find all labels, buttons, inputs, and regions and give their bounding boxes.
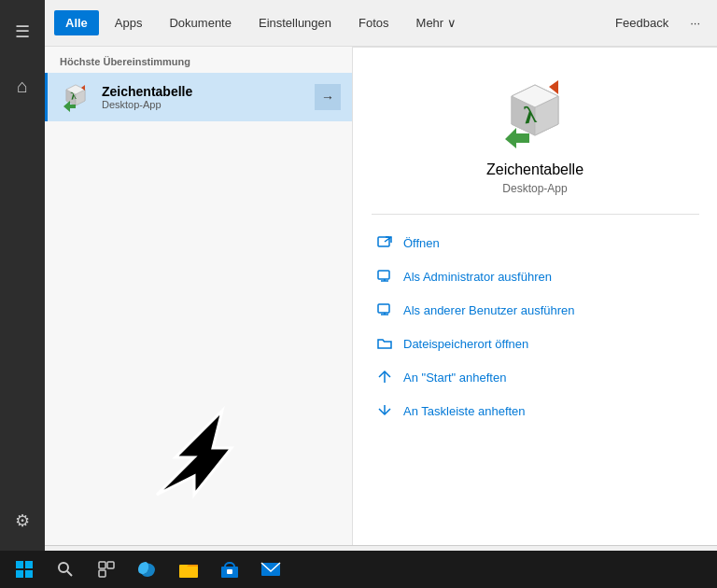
start-menu: Alle Apps Dokumente Einstellungen Fotos … <box>45 0 717 588</box>
result-item-icon: λ <box>59 80 92 114</box>
sidebar-settings[interactable]: ⚙ <box>0 498 45 543</box>
edge-icon <box>137 559 158 580</box>
result-item-name: Zeichentabelle <box>102 84 315 99</box>
taskview-icon <box>98 561 115 578</box>
action-user-label: Als anderer Benutzer ausführen <box>403 303 575 317</box>
results-panel: Höchste Übereinstimmung λ <box>45 47 353 545</box>
pin-taskbar-icon <box>375 401 394 420</box>
detail-name: Zeichentabelle <box>486 161 583 178</box>
edge-button[interactable] <box>131 553 164 586</box>
folder-icon <box>375 334 394 353</box>
pin-start-icon <box>375 368 394 386</box>
result-arrow[interactable]: → <box>315 84 341 110</box>
svg-rect-27 <box>16 570 23 578</box>
detail-actions: Öffnen Als Administrator ausführen Als a… <box>353 226 717 427</box>
svg-line-30 <box>67 571 72 576</box>
user-run-icon <box>375 301 394 319</box>
more-button[interactable]: ··· <box>682 10 708 35</box>
detail-type: Desktop-App <box>502 182 567 195</box>
action-pin-start[interactable]: An "Start" anheften <box>372 360 698 394</box>
sidebar-home[interactable]: ⌂ <box>0 63 45 108</box>
taskbar <box>0 551 717 588</box>
svg-point-29 <box>59 563 68 572</box>
result-item-type: Desktop-App <box>102 99 315 110</box>
svg-rect-36 <box>227 569 232 574</box>
action-pin-start-label: An "Start" anheften <box>403 371 506 385</box>
explorer-button[interactable] <box>172 553 205 586</box>
nav-tabs: Alle Apps Dokumente Einstellungen Fotos … <box>45 0 717 47</box>
result-item-zeichentabelle[interactable]: λ Zeichentabelle Desktop-App → <box>45 73 352 121</box>
svg-rect-15 <box>378 237 389 246</box>
content-area: Höchste Übereinstimmung λ <box>45 47 717 545</box>
action-pin-taskbar[interactable]: An Taskleiste anheften <box>372 394 698 427</box>
open-icon <box>375 233 394 252</box>
results-section-label: Höchste Übereinstimmung <box>45 47 352 73</box>
sidebar: ☰ ⌂ ⚙ 👤 <box>0 0 45 588</box>
action-run-admin[interactable]: Als Administrator ausführen <box>372 259 698 293</box>
feedback-button[interactable]: Feedback <box>606 10 678 35</box>
action-pin-taskbar-label: An Taskleiste anheften <box>403 404 526 418</box>
store-icon <box>219 559 240 580</box>
svg-rect-32 <box>107 562 114 568</box>
svg-rect-25 <box>16 561 23 568</box>
results-lower <box>45 121 352 545</box>
action-open-label: Öffnen <box>403 236 440 250</box>
charmap-large-icon: λ <box>498 76 572 150</box>
action-location-label: Dateispeicherort öffnen <box>403 337 528 351</box>
svg-rect-26 <box>25 561 33 568</box>
tab-alle[interactable]: Alle <box>54 10 99 35</box>
windows-icon <box>16 561 33 578</box>
svg-rect-28 <box>25 570 33 578</box>
svg-rect-17 <box>378 271 389 279</box>
tab-mehr[interactable]: Mehr ∨ <box>405 10 468 35</box>
tab-fotos[interactable]: Fotos <box>347 10 401 35</box>
tab-apps[interactable]: Apps <box>104 10 154 35</box>
taskview-button[interactable] <box>88 551 125 588</box>
detail-panel: λ Zeichentabelle Desktop-App Öffnen <box>353 47 717 545</box>
svg-rect-31 <box>99 562 105 568</box>
taskbar-search-button[interactable] <box>47 551 84 588</box>
settings-icon: ⚙ <box>15 511 30 531</box>
start-button[interactable] <box>6 551 43 588</box>
search-taskbar-icon <box>57 561 74 578</box>
sidebar-hamburger[interactable]: ☰ <box>0 9 45 54</box>
action-open[interactable]: Öffnen <box>372 226 698 259</box>
svg-rect-34 <box>179 565 198 578</box>
tab-dokumente[interactable]: Dokumente <box>158 10 242 35</box>
home-icon: ⌂ <box>17 76 28 97</box>
store-button[interactable] <box>213 553 246 586</box>
action-admin-label: Als Administrator ausführen <box>403 270 552 284</box>
action-run-user[interactable]: Als anderer Benutzer ausführen <box>372 293 698 327</box>
detail-divider <box>372 214 699 215</box>
action-file-location[interactable]: Dateispeicherort öffnen <box>372 327 698 360</box>
tab-einstellungen[interactable]: Einstellungen <box>247 10 343 35</box>
explorer-icon <box>178 559 199 580</box>
charmap-icon: λ <box>59 80 92 114</box>
detail-icon-large: λ <box>498 76 572 150</box>
svg-rect-20 <box>378 304 389 313</box>
hamburger-icon: ☰ <box>15 21 30 42</box>
svg-rect-33 <box>99 570 105 577</box>
admin-icon <box>375 267 394 286</box>
result-item-text: Zeichentabelle Desktop-App <box>102 84 315 110</box>
mail-icon <box>260 559 281 580</box>
mail-button[interactable] <box>254 553 288 586</box>
